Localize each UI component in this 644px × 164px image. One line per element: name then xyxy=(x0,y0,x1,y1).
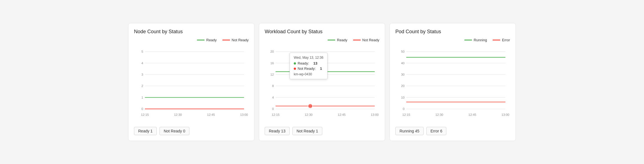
node-count-chart: 54321012:1512:3012:4513:00 xyxy=(134,44,249,122)
svg-text:12:45: 12:45 xyxy=(207,113,215,116)
node-count-badges: Ready 1Not Ready 0 xyxy=(134,127,249,135)
pod-count-title: Pod Count by Status xyxy=(395,29,510,35)
dashboard: Node Count by StatusReadyNot Ready543210… xyxy=(128,23,516,141)
badge-running-45[interactable]: Running 45 xyxy=(395,127,424,135)
svg-text:12:30: 12:30 xyxy=(435,113,443,116)
svg-point-37 xyxy=(308,104,313,109)
legend-item-ready: Ready xyxy=(197,38,217,42)
svg-text:2: 2 xyxy=(141,84,143,88)
svg-text:12:30: 12:30 xyxy=(305,113,312,116)
pod-count-legend: RunningError xyxy=(395,38,510,42)
svg-point-35 xyxy=(308,70,312,73)
pod-count-badges: Running 45Error 6 xyxy=(395,127,510,135)
badge-ready-13[interactable]: Ready 13 xyxy=(265,127,290,135)
card-node-count: Node Count by StatusReadyNot Ready543210… xyxy=(128,23,254,141)
svg-text:12:45: 12:45 xyxy=(338,113,346,116)
svg-text:10: 10 xyxy=(401,96,405,99)
svg-text:13:00: 13:00 xyxy=(240,113,248,116)
svg-text:8: 8 xyxy=(272,84,274,88)
workload-count-chart: 20161284012:1512:3012:4513:00 xyxy=(265,44,379,122)
svg-text:12:15: 12:15 xyxy=(272,113,279,116)
badge-not-ready-0[interactable]: Not Ready 0 xyxy=(159,127,189,135)
legend-label: Running xyxy=(474,38,487,42)
svg-text:4: 4 xyxy=(141,62,143,65)
legend-label: Not Ready xyxy=(362,38,379,42)
legend-line-red xyxy=(353,40,361,40)
card-workload-count: Workload Count by StatusReadyNot Ready20… xyxy=(259,23,385,141)
svg-text:0: 0 xyxy=(141,107,143,111)
legend-line-red xyxy=(222,40,230,40)
legend-item-error: Error xyxy=(493,38,510,42)
svg-text:20: 20 xyxy=(270,50,274,53)
workload-count-badges: Ready 13Not Ready 1 xyxy=(265,127,379,135)
card-pod-count: Pod Count by StatusRunningError504030201… xyxy=(390,23,516,141)
workload-count-chart-area: 20161284012:1512:3012:4513:00Wed, May 13… xyxy=(265,44,379,123)
legend-item-running: Running xyxy=(464,38,487,42)
pod-count-chart: 5040302010012:1512:3012:4513:00 xyxy=(395,44,510,122)
legend-line-green xyxy=(197,40,205,40)
svg-text:13:00: 13:00 xyxy=(501,113,509,116)
svg-text:30: 30 xyxy=(401,73,405,76)
svg-text:50: 50 xyxy=(401,50,405,53)
svg-text:12:15: 12:15 xyxy=(141,113,149,116)
svg-text:1: 1 xyxy=(141,96,143,99)
svg-text:0: 0 xyxy=(403,107,405,111)
svg-text:40: 40 xyxy=(401,62,405,65)
legend-label: Ready xyxy=(206,38,217,42)
legend-label: Ready xyxy=(337,38,347,42)
svg-text:20: 20 xyxy=(401,84,405,88)
svg-text:3: 3 xyxy=(141,73,143,76)
svg-text:12:30: 12:30 xyxy=(174,113,182,116)
legend-item-not-ready: Not Ready xyxy=(353,38,379,42)
svg-text:12: 12 xyxy=(270,73,274,76)
svg-text:13:00: 13:00 xyxy=(371,113,378,116)
legend-label: Not Ready xyxy=(232,38,249,42)
svg-text:4: 4 xyxy=(272,96,274,99)
svg-text:5: 5 xyxy=(141,50,143,53)
legend-item-not-ready: Not Ready xyxy=(222,38,249,42)
node-count-legend: ReadyNot Ready xyxy=(134,38,249,42)
svg-text:16: 16 xyxy=(270,62,274,65)
badge-error-6[interactable]: Error 6 xyxy=(426,127,447,135)
svg-text:0: 0 xyxy=(272,107,274,111)
badge-ready-1[interactable]: Ready 1 xyxy=(134,127,157,135)
legend-line-green xyxy=(328,40,335,40)
node-count-chart-area: 54321012:1512:3012:4513:00 xyxy=(134,44,249,123)
legend-label: Error xyxy=(502,38,510,42)
pod-count-chart-area: 5040302010012:1512:3012:4513:00 xyxy=(395,44,510,123)
svg-text:12:45: 12:45 xyxy=(468,113,476,116)
legend-line-green xyxy=(464,40,472,40)
legend-line-red xyxy=(493,40,500,40)
legend-item-ready: Ready xyxy=(328,38,347,42)
svg-text:12:15: 12:15 xyxy=(402,113,410,116)
badge-not-ready-1[interactable]: Not Ready 1 xyxy=(292,127,322,135)
node-count-title: Node Count by Status xyxy=(134,29,249,35)
workload-count-title: Workload Count by Status xyxy=(265,29,379,35)
workload-count-legend: ReadyNot Ready xyxy=(265,38,379,42)
